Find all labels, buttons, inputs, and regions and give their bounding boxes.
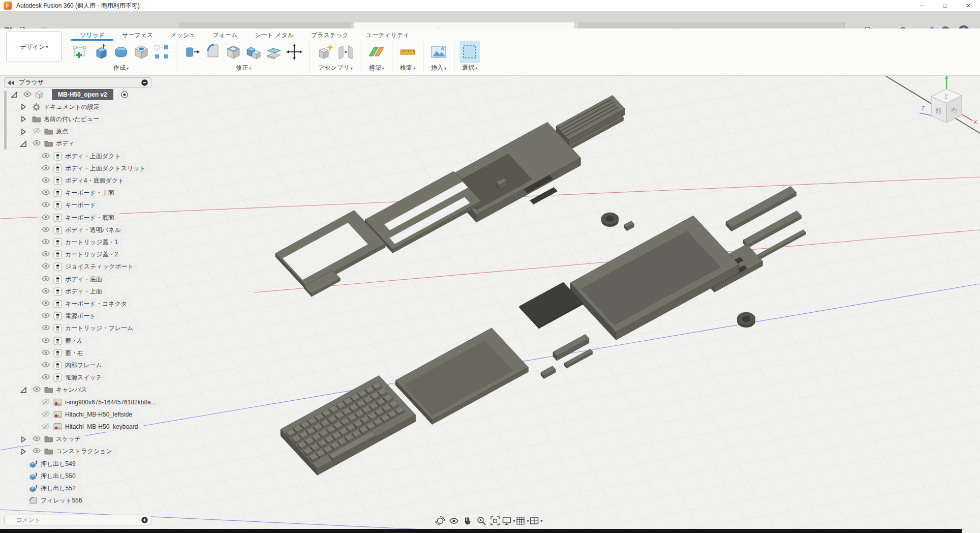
ribbon-tab-4[interactable]: フォーム bbox=[204, 29, 246, 41]
visibility-eye-icon[interactable] bbox=[41, 225, 50, 235]
tree-node-label[interactable]: Hitachi_MB-H50_leftside bbox=[65, 411, 132, 418]
tree-node-label[interactable]: ボディ bbox=[56, 139, 75, 148]
visibility-eye-icon[interactable] bbox=[41, 188, 50, 198]
expander-open-icon[interactable] bbox=[19, 386, 27, 394]
visibility-eye-icon[interactable] bbox=[41, 213, 50, 223]
ribbon-tab-7[interactable]: ユーティリティ bbox=[357, 29, 418, 41]
visibility-eye-icon[interactable] bbox=[41, 287, 50, 297]
tree-node-label[interactable]: ボディ・透明パネル bbox=[65, 226, 121, 234]
visibility-eye-icon[interactable] bbox=[41, 323, 50, 333]
tree-node-label[interactable]: キーボード・コネクタ bbox=[65, 300, 127, 308]
tree-node-label[interactable]: ジョイスティックポート bbox=[65, 262, 134, 271]
ribbon-tab-1[interactable]: ソリッド bbox=[71, 29, 113, 41]
ribbon-tab-5[interactable]: シート メタル bbox=[246, 29, 302, 41]
tree-node-label[interactable]: 原点 bbox=[56, 127, 68, 136]
viewports-button[interactable]: ▾ bbox=[529, 515, 543, 527]
tree-node-label[interactable]: ドキュメントの設定 bbox=[44, 103, 100, 111]
visibility-eye-icon[interactable] bbox=[41, 348, 50, 358]
visibility-eye-icon[interactable] bbox=[41, 299, 50, 309]
revolve-icon[interactable] bbox=[111, 41, 131, 63]
browser-scrollbar[interactable] bbox=[4, 91, 7, 150]
tree-node-label[interactable]: キーボード・底面 bbox=[65, 214, 114, 222]
activate-component-radio[interactable] bbox=[118, 89, 131, 100]
display-settings-button[interactable]: ▾ bbox=[502, 515, 515, 527]
tree-node-label[interactable]: ボディ4・底面ダクト bbox=[65, 176, 124, 185]
tree-node-label[interactable]: 押し出し552 bbox=[41, 484, 76, 493]
visibility-eye-icon[interactable] bbox=[41, 200, 50, 210]
visibility-eye-icon[interactable] bbox=[32, 434, 41, 444]
visibility-eye-icon[interactable] bbox=[41, 422, 50, 432]
expander-closed-icon[interactable] bbox=[19, 448, 27, 456]
new-component-icon[interactable] bbox=[315, 41, 335, 63]
tree-node-label[interactable]: カートリッジ・フレーム bbox=[65, 324, 133, 333]
tree-node-label[interactable]: 蓋・左 bbox=[65, 337, 83, 345]
zoom-fit-button[interactable] bbox=[488, 515, 502, 527]
visibility-eye-icon[interactable] bbox=[41, 262, 50, 272]
comment-box[interactable]: コメント bbox=[4, 515, 151, 525]
group-dropdown-4[interactable]: 構築▾ bbox=[369, 64, 384, 73]
group-dropdown-5[interactable]: 検査▾ bbox=[400, 64, 415, 73]
pattern-icon[interactable] bbox=[151, 41, 172, 63]
maximize-button[interactable]: □ bbox=[933, 0, 957, 11]
tree-node-label[interactable]: i-img900x675-1644576182kh8a... bbox=[65, 399, 156, 406]
split-icon[interactable] bbox=[264, 41, 284, 63]
visibility-eye-icon[interactable] bbox=[32, 139, 41, 149]
expander-closed-icon[interactable] bbox=[19, 435, 27, 443]
visibility-eye-icon[interactable] bbox=[41, 410, 50, 420]
visibility-eye-icon[interactable] bbox=[32, 385, 41, 395]
group-dropdown-3[interactable]: アセンブリ▾ bbox=[318, 64, 352, 73]
fillet-icon[interactable] bbox=[203, 41, 223, 63]
construction-plane-icon[interactable] bbox=[366, 41, 387, 63]
orbit-button[interactable] bbox=[433, 515, 447, 527]
joint-icon[interactable] bbox=[335, 41, 356, 63]
ribbon-tab-2[interactable]: サーフェス bbox=[113, 29, 162, 41]
move-icon[interactable] bbox=[284, 41, 304, 63]
visibility-eye-icon[interactable] bbox=[41, 275, 50, 284]
ribbon-tab-6[interactable]: プラスチック bbox=[302, 29, 357, 41]
insert-canvas-icon[interactable] bbox=[428, 41, 449, 63]
expander-closed-icon[interactable] bbox=[19, 128, 27, 136]
visibility-eye-icon[interactable] bbox=[23, 90, 32, 100]
group-dropdown-7[interactable]: 選択▾ bbox=[462, 64, 477, 73]
tree-node-label[interactable]: ボディ・上面ダクト bbox=[65, 152, 121, 161]
create-sketch-icon[interactable] bbox=[70, 41, 90, 63]
group-dropdown-2[interactable]: 修正▾ bbox=[236, 64, 251, 73]
tree-node-label[interactable]: カートリッジ蓋・1 bbox=[65, 238, 118, 247]
press-pull-icon[interactable] bbox=[182, 41, 203, 63]
close-button[interactable]: ✕ bbox=[957, 0, 980, 11]
hole-icon[interactable] bbox=[131, 41, 151, 63]
minimize-button[interactable]: ─ bbox=[910, 0, 933, 11]
tree-node-label[interactable]: 押し出し550 bbox=[41, 472, 76, 481]
root-node-label[interactable]: MB-H50_open v2 bbox=[52, 89, 113, 100]
ribbon-tab-3[interactable]: メッシュ bbox=[162, 29, 204, 41]
tree-node-label[interactable]: コンストラクション bbox=[56, 447, 112, 456]
tree-node-label[interactable]: Hitachi_MB-H50_keyboard bbox=[65, 423, 138, 430]
tree-node-label[interactable]: カートリッジ蓋・2 bbox=[65, 250, 118, 259]
group-dropdown-6[interactable]: 挿入▾ bbox=[431, 64, 446, 73]
tree-node-label[interactable]: ボディ・上面 bbox=[65, 287, 102, 296]
tree-node-label[interactable]: ボディ・底面 bbox=[65, 275, 102, 284]
zoom-button[interactable] bbox=[474, 515, 488, 527]
visibility-eye-icon[interactable] bbox=[32, 447, 41, 456]
tree-node-label[interactable]: 押し出し549 bbox=[41, 460, 76, 468]
expander-closed-icon[interactable] bbox=[19, 115, 27, 123]
measure-icon[interactable] bbox=[397, 41, 418, 63]
tree-node-label[interactable]: フィレット556 bbox=[41, 496, 82, 505]
extrude-icon[interactable] bbox=[90, 41, 111, 63]
add-comment-icon[interactable] bbox=[141, 517, 148, 523]
tree-node-label[interactable]: 内部フレーム bbox=[65, 361, 102, 370]
visibility-eye-icon[interactable] bbox=[41, 164, 50, 173]
visibility-eye-icon[interactable] bbox=[41, 398, 50, 407]
expander-closed-icon[interactable] bbox=[19, 103, 27, 111]
tree-node-label[interactable]: 電源ポート bbox=[65, 312, 96, 320]
select-icon[interactable] bbox=[460, 41, 480, 63]
visibility-eye-icon[interactable] bbox=[41, 176, 50, 186]
expander-open-icon[interactable] bbox=[10, 91, 18, 99]
tree-node-label[interactable]: 電源スイッチ bbox=[65, 373, 102, 382]
group-dropdown-1[interactable]: 作成▾ bbox=[113, 64, 129, 73]
tree-node-label[interactable]: キーボード bbox=[65, 201, 96, 210]
tree-node-label[interactable]: ボディ・上面ダクトスリット bbox=[65, 164, 146, 173]
tree-node-label[interactable]: 蓋・右 bbox=[65, 349, 83, 358]
look-at-button[interactable] bbox=[447, 515, 461, 527]
visibility-eye-icon[interactable] bbox=[41, 373, 50, 382]
